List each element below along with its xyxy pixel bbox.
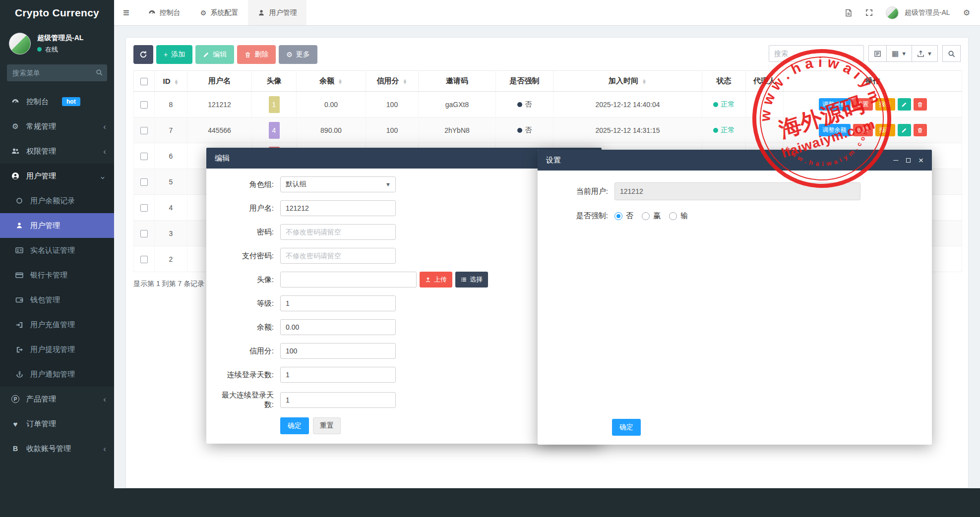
radio-win[interactable]: 赢 xyxy=(642,211,661,221)
credit-field[interactable] xyxy=(280,343,396,359)
refresh-button[interactable] xyxy=(133,45,153,64)
minimize-icon[interactable]: ─ xyxy=(893,157,898,164)
row-checkbox[interactable] xyxy=(140,101,148,109)
top-navbar: ≡ 控制台 ⚙ 系统配置 用户管理 超级管理员-AL ⚙ xyxy=(114,0,980,26)
balance-field[interactable] xyxy=(280,319,396,335)
sidebar-subitem-recharge[interactable]: 用户充值管理 xyxy=(0,312,114,337)
setting-button[interactable]: 设置 xyxy=(853,124,873,136)
more-button[interactable]: ⚙更多 xyxy=(279,45,317,64)
radio-no[interactable]: 否 xyxy=(614,211,633,221)
level-field[interactable] xyxy=(280,295,396,311)
export-button[interactable]: ▼ xyxy=(912,45,938,62)
setting-button[interactable]: 设置 xyxy=(853,98,873,111)
report-button[interactable]: 报表 xyxy=(875,124,895,136)
pay-password-field[interactable] xyxy=(280,248,396,264)
row-checkbox[interactable] xyxy=(140,153,148,160)
login-days-field[interactable] xyxy=(280,367,396,383)
edit-button[interactable]: 编辑 xyxy=(195,45,234,64)
select-all-checkbox[interactable] xyxy=(140,78,148,85)
row-edit-button[interactable] xyxy=(898,124,911,136)
row-checkbox[interactable] xyxy=(140,127,148,134)
avatar[interactable] xyxy=(886,6,899,19)
col-balance[interactable]: 余额▲▼ xyxy=(297,71,366,92)
settings-modal: 设置 ─ × 当前用户: 是否强制: 否 赢 输 确定 xyxy=(538,150,932,445)
delete-button[interactable]: 删除 xyxy=(237,45,276,64)
tab-console[interactable]: 控制台 xyxy=(138,0,190,25)
fullscreen-icon[interactable] xyxy=(865,9,873,16)
col-credit[interactable]: 信用分▲▼ xyxy=(366,71,419,92)
tab-system-config[interactable]: ⚙ 系统配置 xyxy=(190,0,248,25)
sidebar-subitem-withdraw[interactable]: 用户提现管理 xyxy=(0,337,114,362)
col-forced[interactable]: 是否强制 xyxy=(496,71,553,92)
sidebar-item-label: 银行卡管理 xyxy=(30,271,67,280)
row-checkbox[interactable] xyxy=(140,230,148,237)
col-invite[interactable]: 邀请码 xyxy=(419,71,496,92)
radio-lose[interactable]: 输 xyxy=(669,211,688,221)
table-search-input[interactable] xyxy=(769,45,864,62)
col-join-time[interactable]: 加入时间▲▼ xyxy=(553,71,702,92)
row-edit-button[interactable] xyxy=(898,98,911,111)
sidebar-item-order[interactable]: ♥ 订单管理 xyxy=(0,411,114,436)
col-id[interactable]: ID▲▼ xyxy=(155,71,187,92)
sidebar-item-console[interactable]: 控制台 hot xyxy=(0,89,114,114)
reset-button[interactable]: 重置 xyxy=(313,417,341,434)
maximize-icon[interactable] xyxy=(906,158,911,163)
row-delete-button[interactable] xyxy=(914,124,927,136)
level-label: 等级: xyxy=(218,299,274,308)
credit-label: 信用分: xyxy=(218,346,274,356)
sidebar-section-users: 用户管理 ⌄ 用户余额记录 用户管理 实名认证管理 银行卡管理 钱包管理 xyxy=(0,164,114,387)
row-checkbox[interactable] xyxy=(140,256,148,263)
sidebar-item-payment-account[interactable]: B 收款账号管理 ‹ xyxy=(0,436,114,461)
clear-cache-icon[interactable] xyxy=(845,9,853,17)
report-button[interactable]: 报表 xyxy=(875,98,895,111)
sidebar-subitem-bankcard[interactable]: 银行卡管理 xyxy=(0,263,114,287)
adjust-balance-button[interactable]: 调整余额 xyxy=(819,124,851,136)
confirm-button[interactable]: 确定 xyxy=(280,417,309,434)
gear-icon: ⚙ xyxy=(200,9,207,17)
adjust-balance-button[interactable]: 调整余额 xyxy=(819,98,851,111)
navbar-username[interactable]: 超级管理员-AL xyxy=(905,8,950,17)
forced-label: 是否强制: xyxy=(550,211,608,221)
choose-button[interactable]: 选择 xyxy=(455,272,488,287)
close-icon[interactable]: × xyxy=(919,156,923,165)
col-actions: 操作 xyxy=(784,71,962,92)
search-toggle-button[interactable] xyxy=(942,45,961,62)
sidebar-item-permission[interactable]: 权限管理 ‹ xyxy=(0,139,114,164)
settings-modal-header[interactable]: 设置 ─ × xyxy=(538,150,932,171)
username-field[interactable] xyxy=(280,200,396,216)
confirm-button[interactable]: 确定 xyxy=(612,419,641,436)
col-agent[interactable]: 代理人 xyxy=(746,71,784,92)
radio-icon xyxy=(614,212,622,220)
detail-view-button[interactable] xyxy=(868,45,887,62)
upload-button[interactable]: 上传 xyxy=(420,272,452,287)
sidebar-search-input[interactable] xyxy=(7,64,107,81)
hamburger-icon[interactable]: ≡ xyxy=(114,0,138,25)
row-delete-button[interactable] xyxy=(914,98,927,111)
columns-button[interactable]: ▦▼ xyxy=(887,45,912,62)
caret-down-icon: ▼ xyxy=(385,181,391,187)
sidebar-subitem-wallet[interactable]: 钱包管理 xyxy=(0,287,114,312)
add-button[interactable]: +添加 xyxy=(156,45,192,64)
max-login-days-field[interactable] xyxy=(280,392,396,408)
max-login-days-label: 最大连续登录天数: xyxy=(218,391,274,409)
row-checkbox[interactable] xyxy=(140,204,148,212)
settings-modal-body: 当前用户: 是否强制: 否 赢 输 xyxy=(538,171,932,236)
row-checkbox[interactable] xyxy=(140,178,148,186)
tab-user-manage[interactable]: 用户管理 xyxy=(248,0,306,25)
list-alt-icon xyxy=(874,50,881,57)
col-username[interactable]: 用户名 xyxy=(187,71,252,92)
sidebar-subitem-notice[interactable]: 用户通知管理 xyxy=(0,362,114,387)
sidebar-subitem-balance-log[interactable]: 用户余额记录 xyxy=(0,188,114,213)
col-status[interactable]: 状态 xyxy=(702,71,746,92)
avatar-field[interactable] xyxy=(280,272,417,287)
forced-radio-group: 否 赢 输 xyxy=(614,211,688,221)
password-field[interactable] xyxy=(280,224,396,240)
sidebar-item-general[interactable]: ⚙ 常规管理 ‹ xyxy=(0,114,114,139)
sidebar-item-users[interactable]: 用户管理 ⌄ xyxy=(0,164,114,188)
gears-icon[interactable]: ⚙ xyxy=(963,8,970,17)
sidebar-item-product[interactable]: P 产品管理 ‹ xyxy=(0,387,114,411)
sidebar-subitem-user-manage[interactable]: 用户管理 xyxy=(0,213,114,238)
sidebar-subitem-realname[interactable]: 实名认证管理 xyxy=(0,238,114,263)
role-group-select[interactable]: 默认组▼ xyxy=(280,176,396,192)
password-label: 密码: xyxy=(218,228,274,237)
